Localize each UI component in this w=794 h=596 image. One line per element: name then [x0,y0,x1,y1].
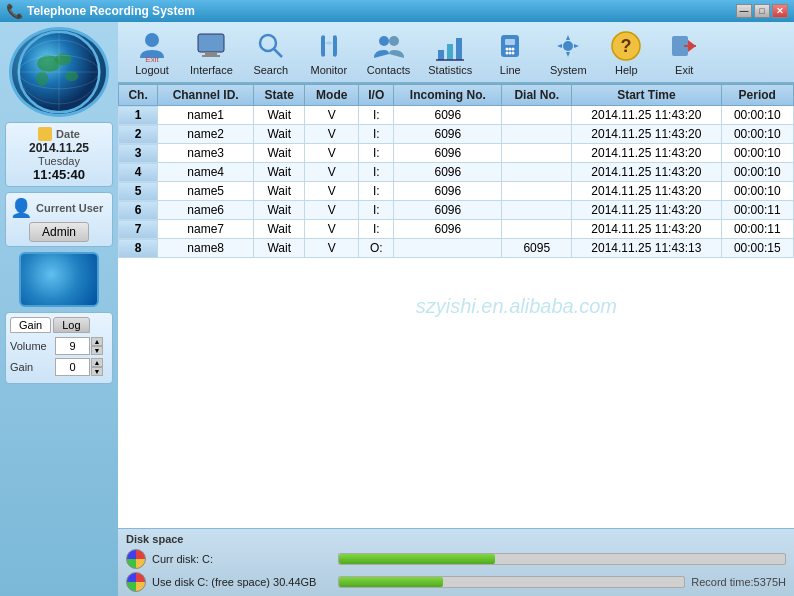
day-value: Tuesday [10,155,108,167]
table-cell-2-4: I: [359,144,394,163]
svg-line-15 [274,49,282,57]
table-cell-2-1: name3 [158,144,254,163]
table-cell-0-5: 6096 [394,106,502,125]
gain-down-button[interactable]: ▼ [91,367,103,376]
table-cell-7-3: V [305,239,359,258]
app-title: Telephone Recording System [27,4,195,18]
table-cell-5-7: 2014.11.25 11:43:20 [572,201,721,220]
table-cell-2-3: V [305,144,359,163]
table-row[interactable]: 4name4WaitVI:60962014.11.25 11:43:2000:0… [119,163,794,182]
toolbar-search-button[interactable]: Search [245,26,297,78]
close-button[interactable]: ✕ [772,4,788,18]
table-cell-3-1: name4 [158,163,254,182]
table-cell-1-3: V [305,125,359,144]
table-cell-6-7: 2014.11.25 11:43:20 [572,220,721,239]
gain-up-button[interactable]: ▲ [91,358,103,367]
exit-icon [666,28,702,64]
svg-rect-11 [198,34,224,52]
toolbar-statistics-button[interactable]: Statistics [422,26,478,78]
time-value: 11:45:40 [10,167,108,182]
title-bar: 📞 Telephone Recording System — □ ✕ [0,0,794,22]
toolbar-logout-button[interactable]: ExitLogout [126,26,178,78]
table-cell-3-4: I: [359,163,394,182]
table-cell-1-1: name2 [158,125,254,144]
gain-row: Gain ▲ ▼ [10,358,108,376]
table-cell-7-7: 2014.11.25 11:43:13 [572,239,721,258]
svg-point-29 [512,52,515,55]
toolbar-system-button[interactable]: System [542,26,594,78]
table-cell-7-5 [394,239,502,258]
col-header-ch-: Ch. [119,85,158,106]
system-icon [550,28,586,64]
table-cell-6-2: Wait [254,220,305,239]
monitor-icon [311,28,347,64]
table-cell-7-0: 8 [119,239,158,258]
table-row[interactable]: 3name3WaitVI:60962014.11.25 11:43:2000:0… [119,144,794,163]
svg-rect-13 [202,55,220,57]
toolbar-exit-button[interactable]: Exit [658,26,710,78]
table-cell-2-8: 00:00:10 [721,144,793,163]
curr-disk-progress-bar [338,553,786,565]
disk-space-label: Disk space [126,533,786,545]
volume-row: Volume ▲ ▼ [10,337,108,355]
table-row[interactable]: 1name1WaitVI:60962014.11.25 11:43:2000:0… [119,106,794,125]
use-disk-progress-bar [338,576,685,588]
svg-point-26 [512,48,515,51]
toolbar-line-button[interactable]: Line [484,26,536,78]
volume-up-button[interactable]: ▲ [91,337,103,346]
table-cell-0-4: I: [359,106,394,125]
table-cell-1-2: Wait [254,125,305,144]
use-disk-text: Use disk C: (free space) 30.44GB [152,576,332,588]
table-cell-5-4: I: [359,201,394,220]
log-tab[interactable]: Log [53,317,89,333]
toolbar-interface-button[interactable]: Interface [184,26,239,78]
toolbar-line-label: Line [500,64,521,76]
volume-input[interactable] [55,337,90,355]
table-cell-4-7: 2014.11.25 11:43:20 [572,182,721,201]
interface-icon [193,28,229,64]
gain-tab[interactable]: Gain [10,317,51,333]
svg-point-27 [506,52,509,55]
toolbar-exit-label: Exit [675,64,693,76]
watermark: szyishi.en.alibaba.com [416,295,617,318]
toolbar-contacts-button[interactable]: Contacts [361,26,416,78]
table-cell-3-8: 00:00:10 [721,163,793,182]
table-cell-1-0: 2 [119,125,158,144]
table-row[interactable]: 5name5WaitVI:60962014.11.25 11:43:2000:0… [119,182,794,201]
table-cell-0-1: name1 [158,106,254,125]
table-cell-0-3: V [305,106,359,125]
table-cell-4-5: 6096 [394,182,502,201]
admin-button[interactable]: Admin [29,222,89,242]
col-header-mode: Mode [305,85,359,106]
curr-disk-progress-inner [339,554,495,564]
table-cell-2-6 [502,144,572,163]
table-cell-3-6 [502,163,572,182]
curr-disk-text: Curr disk: C: [152,553,332,565]
volume-down-button[interactable]: ▼ [91,346,103,355]
col-header-incoming-no-: Incoming No. [394,85,502,106]
table-cell-2-2: Wait [254,144,305,163]
table-cell-5-0: 6 [119,201,158,220]
toolbar-system-label: System [550,64,587,76]
table-cell-7-6: 6095 [502,239,572,258]
table-cell-4-0: 5 [119,182,158,201]
gain-input[interactable] [55,358,90,376]
toolbar-help-button[interactable]: ?Help [600,26,652,78]
table-cell-5-3: V [305,201,359,220]
line-icon [492,28,528,64]
minimize-button[interactable]: — [736,4,752,18]
table-cell-6-6 [502,220,572,239]
table-cell-4-4: I: [359,182,394,201]
col-header-period: Period [721,85,793,106]
table-row[interactable]: 7name7WaitVI:60962014.11.25 11:43:2000:0… [119,220,794,239]
maximize-button[interactable]: □ [754,4,770,18]
curr-disk-row: Curr disk: C: [126,549,786,569]
toolbar-monitor-button[interactable]: Monitor [303,26,355,78]
table-row[interactable]: 6name6WaitVI:60962014.11.25 11:43:2000:0… [119,201,794,220]
table-cell-1-4: I: [359,125,394,144]
volume-spinner: ▲ ▼ [91,337,103,355]
table-row[interactable]: 8name8WaitVO:60952014.11.25 11:43:1300:0… [119,239,794,258]
toolbar-help-label: Help [615,64,638,76]
table-row[interactable]: 2name2WaitVI:60962014.11.25 11:43:2000:0… [119,125,794,144]
table-cell-2-5: 6096 [394,144,502,163]
